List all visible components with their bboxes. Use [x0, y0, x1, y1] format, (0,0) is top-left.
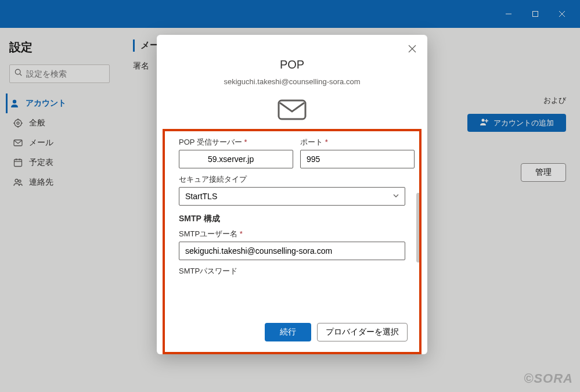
- dialog-email: sekiguchi.takeshi@counselling-sora.com: [168, 77, 416, 86]
- pop-server-label: POP 受信サーバー *: [179, 137, 293, 148]
- scrollbar[interactable]: [416, 193, 420, 262]
- select-provider-button[interactable]: プロバイダーを選択: [317, 323, 408, 341]
- smtp-user-label: SMTPユーザー名 *: [179, 229, 405, 239]
- form-area: POP 受信サーバー * ポート * セキュア接続タイプ StartTLS: [163, 129, 422, 316]
- svg-rect-25: [279, 100, 305, 119]
- dialog-footer: 続行 プロバイダーを選択: [163, 316, 422, 354]
- smtp-pass-label: SMTPパスワード: [179, 266, 405, 276]
- continue-button[interactable]: 続行: [265, 323, 311, 341]
- pop-config-dialog: POP sekiguchi.takeshi@counselling-sora.c…: [157, 35, 427, 354]
- close-icon: [408, 44, 417, 53]
- dialog-header: POP sekiguchi.takeshi@counselling-sora.c…: [157, 35, 427, 94]
- secure-type-select[interactable]: StartTLS: [179, 187, 405, 206]
- port-label: ポート *: [300, 137, 415, 148]
- dialog-close-button[interactable]: [405, 42, 419, 58]
- envelope-icon: [277, 99, 307, 121]
- pop-server-input[interactable]: [179, 150, 293, 168]
- secure-type-label: セキュア接続タイプ: [179, 174, 405, 185]
- smtp-user-input[interactable]: [179, 242, 405, 260]
- dialog-title: POP: [168, 58, 416, 71]
- dialog-icon-row: [157, 94, 427, 129]
- smtp-heading: SMTP 構成: [179, 214, 405, 224]
- port-input[interactable]: [300, 150, 415, 168]
